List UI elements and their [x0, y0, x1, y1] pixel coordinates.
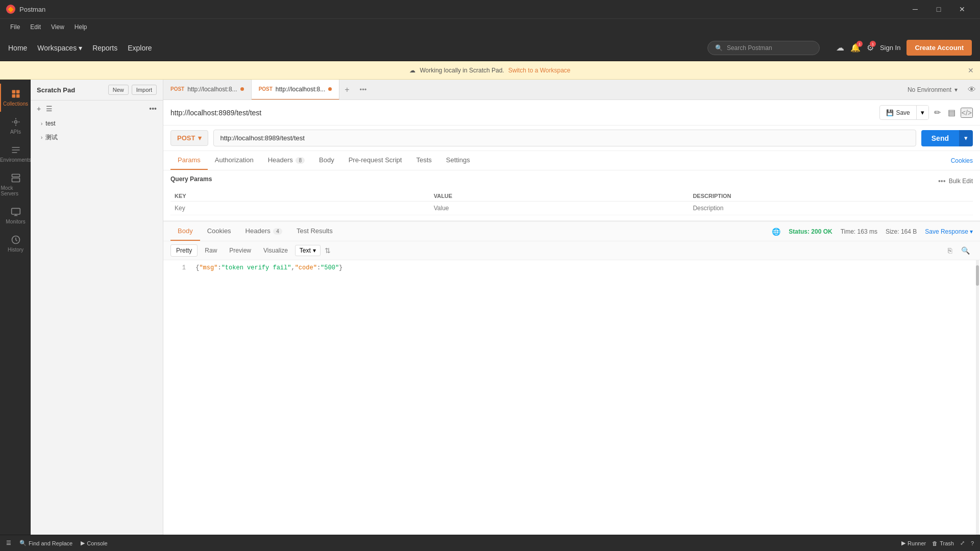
- tab-settings[interactable]: Settings: [439, 151, 477, 170]
- maximize-button[interactable]: □: [927, 0, 950, 18]
- bulk-edit-button[interactable]: Bulk Edit: [949, 178, 973, 185]
- save-button[interactable]: 💾 Save: [880, 106, 916, 119]
- menu-help[interactable]: Help: [70, 21, 91, 33]
- tab-tests[interactable]: Tests: [409, 151, 438, 170]
- settings-icon-btn[interactable]: ⚙1: [867, 43, 874, 53]
- help-button[interactable]: ?: [971, 540, 974, 546]
- sidebar-item-monitors-label: Monitors: [6, 219, 25, 224]
- collection-item-test[interactable]: › test: [31, 117, 163, 130]
- sidebar-item-monitors[interactable]: Monitors: [0, 202, 31, 230]
- collection-item-chinese[interactable]: › 测试: [31, 130, 163, 145]
- notification-icon-btn[interactable]: 🔔1: [850, 43, 861, 53]
- eye-button[interactable]: 👁: [964, 85, 980, 94]
- sort-button[interactable]: ☰: [45, 104, 54, 114]
- reports-nav[interactable]: Reports: [92, 44, 117, 52]
- banner-close-button[interactable]: ✕: [968, 66, 974, 74]
- format-visualize-button[interactable]: Visualize: [258, 245, 293, 256]
- add-tab-button[interactable]: +: [339, 85, 354, 94]
- tab-headers[interactable]: Headers 8: [261, 151, 312, 170]
- sidebar-item-apis[interactable]: APIs: [0, 112, 31, 140]
- search-bar[interactable]: 🔍 Search Postman: [707, 41, 820, 55]
- resp-tab-headers[interactable]: Headers 4: [238, 222, 289, 241]
- request-tab-1[interactable]: POST http://localhost:8...: [163, 80, 252, 100]
- left-panel: Scratch Pad New Import + ☰ ••• › test › …: [31, 80, 163, 535]
- tab-pre-request[interactable]: Pre-request Script: [341, 151, 409, 170]
- left-panel-toolbar: + ☰ •••: [31, 101, 163, 117]
- minimize-button[interactable]: ─: [903, 0, 927, 18]
- save-dropdown-button[interactable]: ▾: [916, 106, 928, 119]
- param-key-input[interactable]: [175, 205, 426, 212]
- send-dropdown-button[interactable]: ▾: [959, 130, 973, 146]
- new-button[interactable]: New: [108, 85, 129, 95]
- postman-logo: 🔶: [6, 5, 15, 14]
- param-description-input[interactable]: [693, 205, 944, 212]
- tabs-more-button[interactable]: •••: [355, 86, 372, 93]
- menu-view[interactable]: View: [47, 21, 68, 33]
- resp-tab-cookies[interactable]: Cookies: [200, 222, 238, 241]
- param-value-input[interactable]: [434, 205, 685, 212]
- svg-rect-7: [11, 208, 20, 214]
- url-input[interactable]: [213, 130, 916, 146]
- tab-authorization[interactable]: Authorization: [208, 151, 261, 170]
- content-area: POST http://localhost:8... POST http://l…: [163, 80, 980, 535]
- find-replace-label: Find and Replace: [29, 540, 72, 546]
- edit-button[interactable]: ✏: [932, 106, 943, 119]
- resp-tab-body[interactable]: Body: [170, 222, 200, 241]
- sidebar-item-collections[interactable]: Collections: [0, 84, 31, 112]
- tab-body[interactable]: Body: [312, 151, 341, 170]
- sidebar-item-environments[interactable]: Environments: [0, 140, 31, 168]
- scrollbar-thumb[interactable]: [976, 265, 979, 286]
- menu-edit[interactable]: Edit: [26, 21, 45, 33]
- sidebar-item-history[interactable]: History: [0, 230, 31, 258]
- explore-nav[interactable]: Explore: [128, 44, 152, 52]
- resp-tab-test-results[interactable]: Test Results: [289, 222, 340, 241]
- workspaces-nav[interactable]: Workspaces ▾: [37, 44, 82, 52]
- save-response-chevron: ▾: [970, 228, 973, 235]
- format-pretty-button[interactable]: Pretty: [170, 244, 198, 257]
- toggle-sidebar-button[interactable]: ☰: [6, 540, 11, 546]
- format-filter-icon[interactable]: ⇅: [325, 246, 331, 255]
- format-preview-button[interactable]: Preview: [224, 245, 256, 256]
- sidebar-item-environments-label: Environments: [0, 157, 31, 163]
- response-scrollbar[interactable]: [976, 260, 979, 535]
- banner-workspace-link[interactable]: Switch to a Workspace: [508, 67, 571, 74]
- tab1-method: POST: [170, 86, 184, 92]
- save-response-button[interactable]: Save Response ▾: [925, 228, 973, 235]
- runner-button[interactable]: ▶ Runner: [901, 540, 926, 546]
- format-type-selector[interactable]: Text ▾: [295, 245, 321, 256]
- copy-response-button[interactable]: ⎘: [945, 245, 955, 256]
- find-replace-icon: 🔍: [19, 540, 27, 546]
- sidebar-item-mock-servers[interactable]: Mock Servers: [0, 168, 31, 202]
- menu-file[interactable]: File: [6, 21, 24, 33]
- search-icon: 🔍: [715, 44, 723, 52]
- expand-button[interactable]: ⤢: [960, 540, 965, 546]
- create-account-button[interactable]: Create Account: [906, 40, 972, 56]
- response-size: Size: 164 B: [886, 228, 917, 235]
- request-tab-2[interactable]: POST http://localhost:8...: [252, 80, 340, 100]
- search-response-button[interactable]: 🔍: [958, 245, 973, 256]
- environment-selector[interactable]: No Environment ▾: [901, 86, 964, 93]
- add-collection-button[interactable]: +: [36, 104, 42, 114]
- import-button[interactable]: Import: [132, 85, 157, 95]
- response-body: 1 {"msg":"token verify fail","code":"500…: [163, 260, 980, 535]
- tab-params[interactable]: Params: [170, 151, 208, 170]
- method-chevron-icon: ▾: [198, 134, 202, 142]
- method-selector[interactable]: POST ▾: [170, 130, 208, 146]
- signin-button[interactable]: Sign In: [880, 44, 900, 52]
- cookies-link[interactable]: Cookies: [951, 157, 973, 164]
- close-button[interactable]: ✕: [950, 0, 974, 18]
- home-nav[interactable]: Home: [8, 44, 27, 52]
- format-raw-button[interactable]: Raw: [200, 245, 222, 256]
- collection-name-test: test: [45, 120, 55, 127]
- send-button[interactable]: Send: [921, 130, 959, 146]
- console-button[interactable]: ▶ Console: [81, 540, 107, 546]
- find-replace-button[interactable]: 🔍 Find and Replace: [19, 540, 72, 546]
- code-button[interactable]: </>: [961, 108, 973, 118]
- trash-button[interactable]: 🗑 Trash: [932, 540, 954, 546]
- response-line-1: 1 {"msg":"token verify fail","code":"500…: [170, 264, 973, 271]
- description-button[interactable]: ▤: [946, 106, 958, 119]
- env-name: No Environment: [908, 86, 951, 93]
- more-options-button[interactable]: •••: [148, 104, 158, 114]
- cloud-icon-btn[interactable]: ☁: [836, 43, 844, 53]
- params-more-icon[interactable]: •••: [938, 177, 946, 185]
